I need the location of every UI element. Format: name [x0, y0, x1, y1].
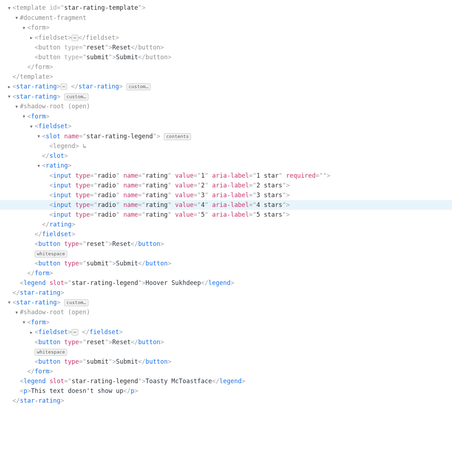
fieldset-close[interactable]: </fieldset>: [0, 229, 452, 239]
form-close[interactable]: </form>: [0, 268, 452, 278]
disclosure-triangle[interactable]: ▼: [7, 298, 11, 307]
form-open[interactable]: ▼<form>: [0, 112, 452, 122]
disclosure-triangle[interactable]: ▶: [30, 328, 33, 337]
button-submit[interactable]: <button type="submit">Submit</button>: [0, 357, 452, 367]
slot-close[interactable]: </slot>: [0, 151, 452, 161]
rating-open[interactable]: ▼<rating>: [0, 161, 452, 171]
ellipsis-badge[interactable]: ⋯: [61, 83, 68, 90]
slot-open[interactable]: ▼<slot name="star-rating-legend"> conten…: [0, 131, 452, 142]
input-radio[interactable]: <input type="radio" name="rating" value=…: [0, 190, 452, 200]
disclosure-triangle[interactable]: ▼: [22, 112, 26, 121]
star-rating-close[interactable]: </star-rating>: [0, 288, 452, 298]
input-radio[interactable]: <input type="radio" name="rating" value=…: [0, 200, 452, 210]
custom-badge[interactable]: custom…: [64, 94, 88, 100]
custom-badge[interactable]: custom…: [64, 299, 88, 306]
disclosure-triangle[interactable]: ▼: [22, 23, 26, 33]
legend-ref[interactable]: <legend> ↳: [0, 141, 452, 151]
shadow-root[interactable]: ▼#shadow-root (open): [0, 307, 452, 317]
disclosure-triangle[interactable]: ▼: [15, 13, 18, 23]
button-submit[interactable]: <button type="submit">Submit</button>: [0, 259, 452, 268]
custom-badge[interactable]: custom…: [126, 83, 151, 90]
form-close[interactable]: </form>: [0, 367, 452, 376]
ellipsis-badge[interactable]: ⋯: [71, 329, 78, 336]
template-close[interactable]: </template>: [0, 72, 452, 82]
form-close[interactable]: </form>: [0, 62, 452, 72]
button-reset[interactable]: <button type="reset">Reset</button>: [0, 239, 452, 249]
document-fragment[interactable]: ▼#document-fragment: [0, 13, 452, 23]
fieldset-collapsed[interactable]: ▶<fieldset>⋯</fieldset>: [0, 33, 452, 43]
template-open[interactable]: ▼<template id="star-rating-template">: [0, 3, 452, 13]
contents-badge[interactable]: contents: [164, 133, 191, 140]
disclosure-triangle[interactable]: ▼: [37, 161, 40, 171]
button-submit[interactable]: <button type="submit">Submit</button>: [0, 52, 452, 62]
disclosure-triangle[interactable]: ▼: [30, 122, 33, 131]
legend[interactable]: <legend slot="star-rating-legend">Hoover…: [0, 278, 452, 288]
disclosure-triangle[interactable]: ▼: [7, 3, 11, 13]
star-rating-open[interactable]: ▼<star-rating> custom…: [0, 92, 452, 102]
ellipsis-badge[interactable]: ⋯: [71, 35, 78, 41]
p-text[interactable]: <p>This text doesn't show up</p>: [0, 386, 452, 396]
disclosure-triangle[interactable]: ▼: [22, 317, 26, 327]
disclosure-triangle[interactable]: ▶: [30, 33, 33, 43]
whitespace-badge[interactable]: whitespace: [35, 251, 67, 258]
button-reset[interactable]: <button type="reset">Reset</button>: [0, 337, 452, 347]
input-radio[interactable]: <input type="radio" name="rating" value=…: [0, 171, 452, 181]
rating-close[interactable]: </rating>: [0, 220, 452, 229]
disclosure-triangle[interactable]: ▼: [15, 308, 18, 317]
whitespace[interactable]: whitespace: [0, 249, 452, 259]
fieldset-collapsed[interactable]: ▶<fieldset>⋯ </fieldset>: [0, 327, 452, 337]
star-rating-open[interactable]: ▼<star-rating> custom…: [0, 298, 452, 308]
disclosure-triangle[interactable]: ▼: [37, 131, 40, 141]
shadow-root[interactable]: ▼#shadow-root (open): [0, 101, 452, 112]
fieldset-open[interactable]: ▼<fieldset>: [0, 121, 452, 131]
whitespace[interactable]: whitespace: [0, 347, 452, 357]
whitespace-badge[interactable]: whitespace: [35, 349, 67, 356]
star-rating-collapsed[interactable]: ▶<star-rating>⋯ </star-rating> custom…: [0, 82, 452, 92]
form-open[interactable]: ▼<form>: [0, 317, 452, 328]
disclosure-triangle[interactable]: ▼: [15, 102, 18, 112]
input-radio[interactable]: <input type="radio" name="rating" value=…: [0, 210, 452, 220]
star-rating-close[interactable]: </star-rating>: [0, 396, 452, 406]
dom-tree: ▼<template id="star-rating-template"> ▼#…: [0, 3, 452, 406]
button-reset[interactable]: <button type="reset">Reset</button>: [0, 43, 452, 52]
disclosure-triangle[interactable]: ▼: [7, 92, 11, 101]
input-radio[interactable]: <input type="radio" name="rating" value=…: [0, 181, 452, 190]
form-open[interactable]: ▼<form>: [0, 23, 452, 33]
legend[interactable]: <legend slot="star-rating-legend">Toasty…: [0, 376, 452, 386]
disclosure-triangle[interactable]: ▶: [7, 82, 11, 92]
